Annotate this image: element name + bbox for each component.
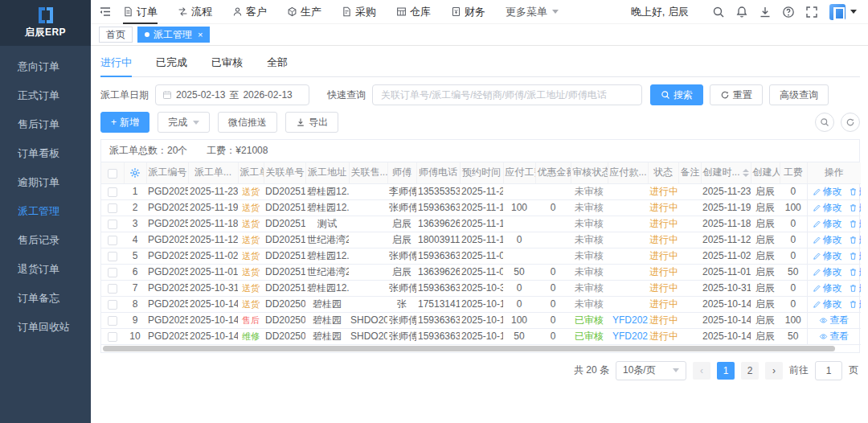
delete-link[interactable]: 删除 [849,217,862,231]
sidebar-item-aftersale-records[interactable]: 售后记录 [0,226,91,255]
reset-button[interactable]: 重置 [710,84,763,105]
tab-dispatch-management[interactable]: 派工管理 × [137,27,210,43]
user-avatar[interactable] [829,4,845,20]
topnav-item-purchase[interactable]: 采购 [342,0,376,24]
topnav-item-process[interactable]: 流程 [178,0,212,24]
code-cell: PGD2025... [146,232,188,248]
edit-link[interactable]: 修改 [813,265,842,279]
topnav-item-more-menu[interactable]: 更多菜单 [506,0,559,24]
advanced-search-button[interactable]: 高级查询 [769,84,829,105]
sidebar-item-order-recycle-bin[interactable]: 订单回收站 [0,313,91,342]
row-checkbox[interactable] [108,300,117,310]
row-checkbox[interactable] [108,268,117,277]
table-search-toggle-button[interactable] [815,113,834,132]
help-icon[interactable] [782,6,795,18]
delete-link[interactable]: 删除 [849,185,862,199]
fee-cell: 0 [780,248,807,264]
status-badge: 进行中 [649,218,678,229]
wechat-push-button[interactable]: 微信推送 [218,112,277,133]
edit-link[interactable]: 修改 [813,249,842,263]
row-checkbox[interactable] [108,220,117,229]
view-link[interactable]: 查看 [819,314,849,327]
date-cell: 2025-11-02 [188,248,238,264]
select-all-checkbox[interactable] [108,169,117,179]
topnav-item-warehouse[interactable]: 仓库 [396,0,431,24]
delete-link[interactable]: 删除 [849,233,862,247]
page-button-2[interactable]: 2 [741,362,759,380]
topnav-item-production[interactable]: 生产 [287,0,321,24]
notification-bell-icon[interactable] [735,6,748,18]
export-button[interactable]: 导出 [285,112,338,133]
date-separator: 至 [229,88,239,102]
sort-caret-icon[interactable] [743,169,749,177]
edit-link[interactable]: 修改 [813,233,842,247]
close-tab-icon[interactable]: × [198,31,203,39]
edit-link[interactable]: 修改 [813,298,842,311]
prev-page-button[interactable]: ‹ [693,362,710,380]
delete-link[interactable]: 删除 [849,281,862,295]
tab-audited[interactable]: 已审核 [211,52,243,77]
edit-link[interactable]: 修改 [813,281,842,295]
delete-link[interactable]: 删除 [849,201,862,215]
delete-link[interactable]: 删除 [849,298,862,311]
address-cell: 碧桂园12... [305,199,349,216]
after_sale-cell [349,248,387,264]
sidebar-item-aftersale-orders[interactable]: 售后订单 [0,110,91,139]
sidebar-item-order-board[interactable]: 订单看板 [0,139,91,168]
sidebar-item-dispatch-management[interactable]: 派工管理 [0,197,91,226]
next-page-button[interactable]: › [765,362,783,380]
horizontal-scrollbar[interactable] [101,345,859,352]
payment-doc-link[interactable]: YFD202510 [612,331,648,342]
scrollbar-thumb[interactable] [103,346,835,351]
row-checkbox[interactable] [108,187,117,197]
fee_payable-cell: 0 [503,296,535,312]
view-link[interactable]: 查看 [819,330,849,343]
audit-status: 已审核 [575,314,604,326]
table-refresh-button[interactable] [841,113,860,132]
complete-dropdown-button[interactable]: 完成 [158,112,210,133]
row-checkbox[interactable] [108,284,117,294]
row-checkbox[interactable] [108,203,117,213]
sidebar-item-formal-orders[interactable]: 正式订单 [0,81,91,110]
master-cell: 启辰 [387,216,416,232]
column-settings-gear-icon[interactable] [129,167,141,179]
add-button[interactable]: + 新增 [100,112,149,133]
sidebar-item-intent-orders[interactable]: 意向订单 [0,52,91,81]
sidebar-item-overdue-orders[interactable]: 逾期订单 [0,168,91,197]
tab-all[interactable]: 全部 [267,52,288,77]
row-checkbox[interactable] [108,332,117,342]
tab-completed[interactable]: 已完成 [156,52,187,77]
topnav-item-orders[interactable]: 订单 [123,0,158,24]
sidebar-item-order-memo[interactable]: 订单备忘 [0,284,91,313]
page-button-1[interactable]: 1 [717,362,735,380]
collapse-menu-icon[interactable] [99,6,112,18]
tab-home[interactable]: 首页 [99,27,133,43]
row-checkbox[interactable] [108,252,117,261]
search-icon[interactable] [712,6,725,18]
quick-search-input[interactable] [372,84,642,105]
row-checkbox[interactable] [108,316,117,326]
payment_doc-cell [608,264,648,280]
edit-link[interactable]: 修改 [813,201,842,215]
date-range-picker[interactable]: 2025-02-13 至 2026-02-13 [155,84,309,105]
topnav-item-customers[interactable]: 客户 [232,0,267,24]
fullscreen-icon[interactable] [805,6,818,18]
row-checkbox[interactable] [108,236,117,245]
search-button[interactable]: 搜索 [650,84,703,105]
page-size-select[interactable]: 10条/页 [616,361,686,380]
payment-doc-link[interactable]: YFD202510 [612,314,648,326]
status-badge: 进行中 [649,250,678,261]
topnav-item-finance[interactable]: 财务 [451,0,485,24]
sidebar-item-return-orders[interactable]: 退货订单 [0,255,91,284]
tab-in-progress[interactable]: 进行中 [100,52,132,77]
delete-link[interactable]: 删除 [849,249,862,263]
discount-cell [535,183,571,199]
edit-icon [813,268,821,277]
goto-page-input[interactable] [815,361,842,380]
delete-icon [849,236,858,244]
download-icon[interactable] [759,6,772,18]
edit-link[interactable]: 修改 [813,185,842,199]
delete-link[interactable]: 删除 [849,265,862,279]
avatar-dropdown-caret[interactable] [850,10,857,14]
edit-link[interactable]: 修改 [813,217,842,231]
